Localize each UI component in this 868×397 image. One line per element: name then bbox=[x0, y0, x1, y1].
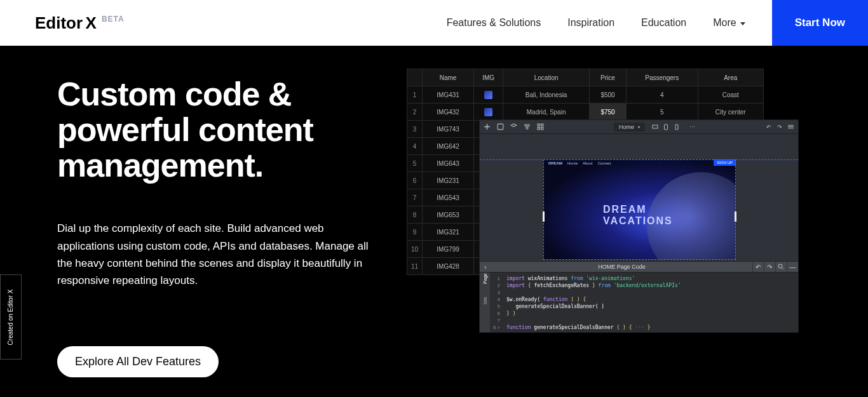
svg-point-3 bbox=[526, 127, 528, 129]
add-icon[interactable] bbox=[484, 123, 491, 130]
nav-features[interactable]: Features & Solutions bbox=[447, 17, 541, 29]
editor-preview-panel: Home ▾ ⋯ ↶ ↷ DREA bbox=[479, 119, 799, 333]
code-minimize-icon[interactable]: — bbox=[787, 262, 798, 272]
table-header: Area bbox=[698, 69, 763, 86]
layers-icon[interactable] bbox=[510, 123, 517, 130]
table-cell: IMG642 bbox=[423, 138, 474, 155]
svg-rect-10 bbox=[675, 124, 678, 130]
panels-icon[interactable] bbox=[787, 123, 794, 130]
svg-rect-8 bbox=[653, 125, 658, 128]
table-header: Name bbox=[423, 69, 474, 86]
line-numbers: 12345678 > bbox=[490, 273, 503, 332]
table-cell bbox=[474, 86, 503, 104]
table-cell: City center bbox=[698, 104, 763, 121]
code-tab-site[interactable]: Site bbox=[483, 297, 487, 304]
code-tabs: Page Site bbox=[480, 273, 490, 332]
code-redo-icon[interactable]: ↷ bbox=[764, 262, 775, 272]
resize-handle-left[interactable] bbox=[543, 212, 545, 222]
table-cell: $750 bbox=[590, 104, 627, 121]
table-header: Location bbox=[503, 69, 590, 86]
table-cell: 8 bbox=[407, 206, 423, 224]
explore-dev-features-button[interactable]: Explore All Dev Features bbox=[57, 346, 219, 377]
code-panel-header: ‹ HOME Page Code ↶ ↷ — bbox=[480, 261, 798, 273]
table-cell: IMG428 bbox=[423, 258, 474, 275]
code-panel: Page Site 12345678 > import wixAnimation… bbox=[480, 273, 798, 332]
resize-handle-right[interactable] bbox=[735, 212, 736, 222]
hero-section: Custom code & powerful content managemen… bbox=[0, 46, 868, 397]
table-row[interactable]: 2IMG432Madrid, Spain$7505City center bbox=[407, 104, 764, 121]
table-cell: 5 bbox=[626, 104, 698, 121]
code-back-icon[interactable]: ‹ bbox=[480, 264, 491, 271]
nav-inspiration[interactable]: Inspiration bbox=[567, 17, 614, 29]
table-cell: IMG653 bbox=[423, 206, 474, 224]
svg-point-1 bbox=[525, 124, 527, 126]
code-undo-icon[interactable]: ↶ bbox=[752, 262, 764, 272]
logo-beta-badge: BETA bbox=[102, 15, 125, 24]
table-cell: 3 bbox=[407, 121, 423, 138]
mobile-viewport-icon[interactable] bbox=[673, 123, 680, 130]
table-cell bbox=[474, 104, 503, 121]
table-cell: 1 bbox=[407, 86, 423, 104]
table-cell: 2 bbox=[407, 104, 423, 121]
primary-nav: Features & Solutions Inspiration Educati… bbox=[447, 0, 868, 46]
table-cell: IMG799 bbox=[423, 241, 474, 258]
hero-description: Dial up the complexity of each site. Bui… bbox=[57, 220, 375, 289]
undo-icon[interactable]: ↶ bbox=[766, 123, 773, 130]
pages-icon[interactable] bbox=[497, 123, 504, 130]
created-on-editor-x-badge[interactable]: Created on Editor X bbox=[0, 274, 22, 360]
table-cell: 7 bbox=[407, 189, 423, 206]
code-tab-page[interactable]: Page bbox=[483, 273, 487, 283]
table-cell: 6 bbox=[407, 172, 423, 189]
table-header: Passengers bbox=[626, 69, 698, 86]
nav-more-dropdown[interactable]: More bbox=[713, 17, 745, 29]
page-selector[interactable]: Home ▾ bbox=[614, 123, 645, 131]
table-cell: 9 bbox=[407, 224, 423, 241]
table-cell: IMG431 bbox=[423, 86, 474, 104]
hero-headline: Custom code & powerful content managemen… bbox=[57, 76, 407, 183]
svg-rect-5 bbox=[541, 124, 543, 126]
table-cell: 4 bbox=[626, 86, 698, 104]
svg-point-11 bbox=[778, 264, 782, 268]
editor-canvas[interactable]: DREAM Home About Contact SIGN UP DREAM V… bbox=[480, 134, 798, 261]
table-cell: 10 bbox=[407, 241, 423, 258]
nav-more-label: More bbox=[713, 17, 736, 29]
table-header: IMG bbox=[474, 69, 503, 86]
table-cell: IMG643 bbox=[423, 155, 474, 172]
chevron-down-icon bbox=[740, 22, 745, 25]
table-cell: IMG321 bbox=[423, 224, 474, 241]
table-cell: IMG543 bbox=[423, 189, 474, 206]
caret-down-icon: ▾ bbox=[638, 124, 640, 129]
table-cell: 11 bbox=[407, 258, 423, 275]
selection-outline bbox=[543, 159, 736, 260]
svg-rect-7 bbox=[541, 128, 543, 130]
table-cell: Coast bbox=[698, 86, 763, 104]
start-now-button[interactable]: Start Now bbox=[772, 0, 868, 46]
table-cell: Bali, Indonesia bbox=[503, 86, 590, 104]
side-badge-text: Created on Editor X bbox=[8, 289, 15, 345]
table-cell: IMG231 bbox=[423, 172, 474, 189]
code-panel-title: HOME Page Code bbox=[598, 264, 646, 270]
logo-name: Editor X bbox=[35, 13, 97, 33]
logo[interactable]: Editor X BETA bbox=[35, 13, 125, 33]
svg-rect-0 bbox=[498, 124, 503, 130]
table-row[interactable]: 1IMG431Bali, Indonesia$5004Coast bbox=[407, 86, 764, 104]
hero-visual: NameIMGLocationPricePassengersArea 1IMG4… bbox=[407, 69, 868, 397]
table-cell: Madrid, Spain bbox=[503, 104, 590, 121]
svg-point-2 bbox=[527, 124, 529, 126]
hero-copy: Custom code & powerful content managemen… bbox=[0, 46, 407, 397]
table-cell: IMG743 bbox=[423, 121, 474, 138]
desktop-viewport-icon[interactable] bbox=[651, 123, 658, 130]
table-cell: $500 bbox=[590, 86, 627, 104]
code-search-icon[interactable] bbox=[775, 262, 787, 272]
editor-toolbar: Home ▾ ⋯ ↶ ↷ bbox=[480, 120, 798, 134]
viewport-selector bbox=[651, 123, 680, 130]
code-editor[interactable]: import wixAnimations from 'wix-animation… bbox=[503, 273, 798, 332]
masters-icon[interactable] bbox=[524, 123, 531, 130]
redo-icon[interactable]: ↷ bbox=[776, 123, 783, 130]
more-menu-icon[interactable]: ⋯ bbox=[689, 123, 696, 130]
nav-education[interactable]: Education bbox=[641, 17, 686, 29]
grid-icon[interactable] bbox=[537, 123, 544, 130]
svg-rect-9 bbox=[664, 124, 667, 130]
svg-rect-6 bbox=[538, 128, 539, 130]
tablet-viewport-icon[interactable] bbox=[662, 123, 669, 130]
